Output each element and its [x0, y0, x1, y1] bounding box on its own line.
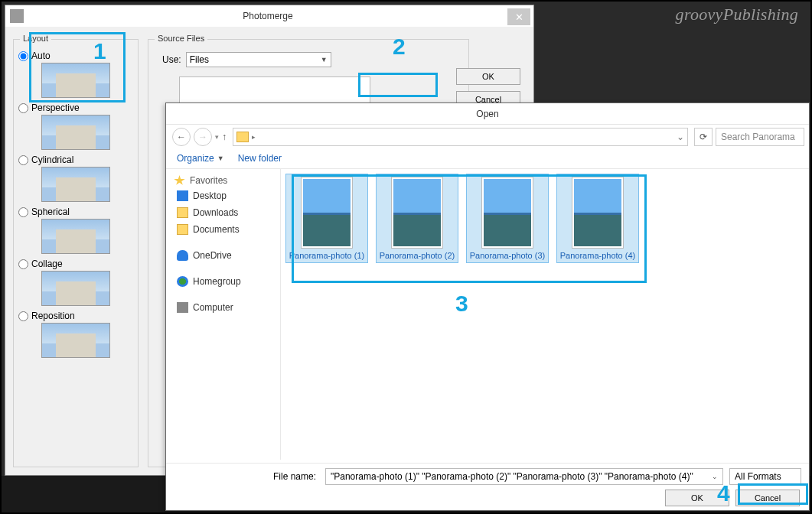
sidebar-computer[interactable]: Computer — [166, 299, 280, 316]
photomerge-titlebar: Photomerge ✕ — [5, 5, 533, 27]
layout-auto[interactable]: Auto — [18, 50, 133, 61]
star-icon — [174, 175, 185, 186]
file-label: Panorama-photo (1) — [288, 251, 366, 261]
thumb-collage — [41, 271, 110, 306]
breadcrumb-path[interactable]: ▸ ⌄ — [233, 128, 688, 146]
nav-up-button[interactable]: ↑ — [222, 132, 227, 142]
downloads-icon — [177, 207, 188, 218]
filename-label: File name: — [174, 471, 319, 482]
layout-collage[interactable]: Collage — [18, 259, 133, 269]
open-cancel-button[interactable]: Cancel — [735, 490, 800, 506]
folder-icon — [236, 132, 249, 142]
file-item[interactable]: Panorama-photo (3) — [466, 174, 549, 263]
sidebar-desktop[interactable]: Desktop — [166, 187, 280, 204]
layout-cylindrical[interactable]: Cylindrical — [18, 155, 133, 165]
layout-spherical[interactable]: Spherical — [18, 207, 133, 217]
layout-reposition-label: Reposition — [31, 311, 75, 321]
chevron-down-icon[interactable]: ⌄ — [670, 128, 684, 145]
chevron-down-icon[interactable]: ⌄ — [712, 473, 718, 480]
file-item[interactable]: Panorama-photo (4) — [556, 174, 639, 263]
radio-collage[interactable] — [18, 259, 28, 269]
radio-reposition[interactable] — [18, 311, 28, 321]
radio-cylindrical[interactable] — [18, 155, 28, 165]
thumb-reposition — [41, 323, 110, 358]
image-thumbnail — [572, 177, 623, 248]
filename-input[interactable]: "Panorama-photo (1)" "Panorama-photo (2)… — [325, 468, 723, 485]
layout-auto-label: Auto — [31, 50, 51, 61]
annotation-number-2: 2 — [393, 34, 406, 60]
layout-spherical-label: Spherical — [31, 207, 70, 217]
annotation-number-4: 4 — [717, 480, 730, 506]
thumb-spherical — [41, 219, 110, 254]
image-thumbnail — [392, 177, 442, 248]
chevron-down-icon[interactable]: ▾ — [215, 133, 219, 141]
computer-icon — [177, 302, 188, 313]
file-label: Panorama-photo (4) — [559, 251, 637, 261]
file-item[interactable]: Panorama-photo (2) — [376, 174, 458, 263]
close-button[interactable]: ✕ — [507, 8, 530, 25]
documents-icon — [177, 224, 188, 235]
sidebar-downloads[interactable]: Downloads — [166, 204, 280, 221]
nav-row: ← → ▾ ↑ ▸ ⌄ ⟳ Search Panorama — [166, 125, 809, 148]
organize-button[interactable]: Organize ▼ — [177, 153, 224, 164]
use-label: Use: — [162, 54, 181, 65]
ok-button[interactable]: OK — [456, 68, 520, 85]
sidebar-documents[interactable]: Documents — [166, 221, 280, 238]
layout-legend: Layout — [20, 34, 51, 43]
file-label: Panorama-photo (3) — [468, 251, 546, 261]
layout-perspective[interactable]: Perspective — [18, 102, 133, 113]
radio-spherical[interactable] — [18, 207, 28, 217]
layout-cylindrical-label: Cylindrical — [31, 155, 73, 165]
file-label: Panorama-photo (2) — [378, 251, 456, 261]
desktop-icon — [177, 190, 188, 201]
source-legend: Source Files — [155, 34, 207, 43]
chevron-down-icon: ▼ — [321, 56, 328, 63]
image-thumbnail — [482, 177, 533, 248]
onedrive-icon — [177, 250, 188, 261]
radio-perspective[interactable] — [18, 103, 28, 113]
radio-auto[interactable] — [18, 51, 28, 61]
sidebar: Favorites Desktop Downloads Documents On… — [166, 169, 281, 460]
file-area[interactable]: Panorama-photo (1) Panorama-photo (2) Pa… — [281, 169, 809, 460]
sidebar-onedrive[interactable]: OneDrive — [166, 247, 280, 264]
homegroup-icon — [177, 276, 188, 287]
layout-perspective-label: Perspective — [31, 102, 80, 113]
nav-back-button[interactable]: ← — [172, 128, 191, 146]
thumb-auto — [41, 63, 110, 98]
image-thumbnail — [302, 177, 352, 248]
filetype-dropdown[interactable]: All Formats — [729, 468, 801, 485]
sidebar-favorites-header[interactable]: Favorites — [166, 174, 280, 187]
use-dropdown[interactable]: Files ▼ — [186, 52, 331, 67]
open-dialog: Open ← → ▾ ↑ ▸ ⌄ ⟳ Search Panorama Organ… — [165, 102, 810, 511]
annotation-number-1: 1 — [93, 38, 106, 64]
watermark: groovyPublishing — [676, 5, 798, 24]
dialog-title: Photomerge — [28, 11, 507, 21]
thumb-cylindrical — [41, 167, 110, 202]
chevron-right-icon: ▸ — [252, 133, 256, 141]
annotation-number-3: 3 — [455, 291, 468, 317]
chevron-down-icon: ▼ — [217, 155, 224, 162]
sidebar-homegroup[interactable]: Homegroup — [166, 273, 280, 290]
open-titlebar: Open — [166, 103, 809, 125]
layout-reposition[interactable]: Reposition — [18, 311, 133, 321]
layout-collage-label: Collage — [31, 259, 63, 269]
file-item[interactable]: Panorama-photo (1) — [285, 174, 368, 263]
use-value: Files — [190, 54, 209, 65]
search-input[interactable]: Search Panorama — [716, 128, 804, 146]
refresh-button[interactable]: ⟳ — [694, 128, 713, 146]
nav-forward-button[interactable]: → — [194, 128, 212, 146]
toolbar: Organize ▼ New folder — [166, 148, 809, 169]
app-icon — [10, 9, 24, 23]
open-footer: File name: "Panorama-photo (1)" "Panoram… — [166, 463, 809, 510]
thumb-perspective — [41, 115, 110, 150]
layout-groupbox: Layout Auto Perspective Cylindrical Sphe… — [13, 39, 139, 467]
new-folder-button[interactable]: New folder — [238, 153, 282, 164]
